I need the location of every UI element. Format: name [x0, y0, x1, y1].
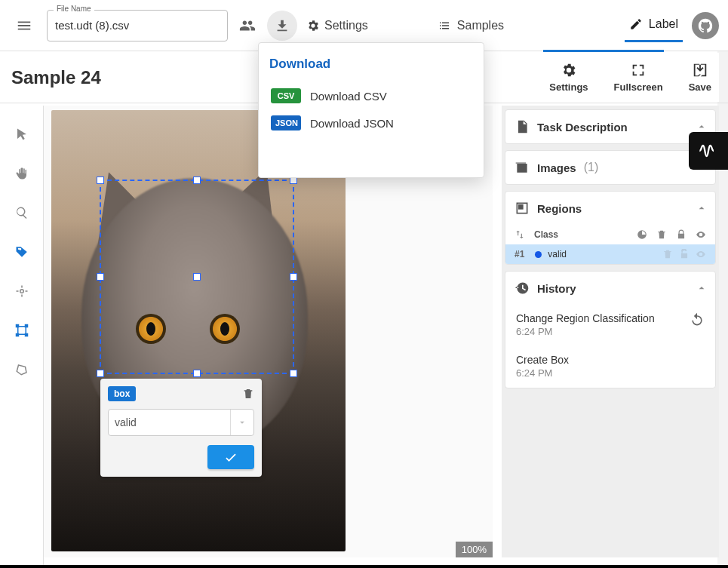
lock-region-button[interactable] [679, 249, 690, 259]
reorder-button[interactable] [515, 229, 525, 240]
download-json-row[interactable]: JSON Download JSON [269, 109, 473, 137]
history-row-0: Change Region Classification 6:24 PM [505, 305, 715, 346]
pie-icon [637, 229, 647, 240]
images-count: (1) [584, 161, 599, 174]
history-title: Create Box [516, 354, 569, 366]
download-button[interactable] [267, 11, 297, 41]
swap-icon [515, 229, 525, 240]
trash-icon [662, 249, 673, 259]
csv-badge: CSV [271, 88, 301, 103]
collaborators-button[interactable] [232, 11, 263, 41]
pie-button[interactable] [637, 229, 647, 240]
download-csv-row[interactable]: CSV Download CSV [269, 82, 473, 109]
class-select[interactable]: valid [108, 409, 254, 436]
panel-title: Images [537, 161, 576, 174]
resize-handle-br[interactable] [290, 370, 297, 377]
pan-tool[interactable] [10, 161, 34, 186]
tag-icon [15, 245, 29, 259]
visibility-region-button[interactable] [696, 249, 706, 259]
region-row-1[interactable]: #1 valid [505, 244, 715, 264]
filename-input[interactable] [55, 19, 220, 32]
box-tool[interactable] [10, 318, 34, 342]
zoom-tool[interactable] [10, 201, 34, 225]
confirm-region-button[interactable] [207, 445, 254, 469]
bounding-box[interactable] [100, 180, 294, 374]
download-popover: Download CSV Download CSV JSON Download … [258, 42, 484, 178]
filename-field[interactable]: File Name [47, 10, 228, 41]
trash-icon [242, 388, 254, 400]
scrollbar-track[interactable] [717, 51, 728, 565]
panel-regions-header[interactable]: Regions [505, 192, 715, 225]
tab-samples-label: Samples [457, 19, 504, 32]
resize-handle-bm[interactable] [193, 370, 201, 377]
menu-icon [16, 17, 32, 34]
download-icon [274, 17, 290, 34]
bounding-box-icon [15, 324, 29, 337]
panel-regions: Regions Class #1 valid [505, 191, 716, 265]
region-index: #1 [515, 249, 524, 259]
fullscreen-action-label: Fullscreen [614, 81, 663, 93]
gear-icon [306, 19, 320, 32]
history-title: Change Region Classification [516, 312, 655, 324]
page-title: Sample 24 [11, 67, 101, 88]
panel-images-header[interactable]: Images (1) [505, 151, 715, 184]
undo-button[interactable] [690, 312, 705, 327]
visibility-all-button[interactable] [696, 229, 706, 240]
resize-handle-tl[interactable] [97, 177, 104, 184]
panel-title: History [537, 282, 576, 295]
delete-region-button[interactable] [242, 388, 254, 400]
svg-rect-6 [25, 334, 27, 336]
polygon-tool[interactable] [10, 358, 34, 382]
tab-samples[interactable]: Samples [433, 10, 508, 41]
panel-task-description-header[interactable]: Task Description [505, 110, 715, 143]
people-icon [239, 17, 256, 34]
save-action[interactable]: Save [689, 62, 711, 93]
zoom-indicator: 100% [456, 542, 493, 557]
filename-label: File Name [54, 5, 94, 13]
resize-handle-mm[interactable] [193, 273, 201, 281]
github-link[interactable] [692, 12, 719, 39]
trash-all-button[interactable] [656, 229, 667, 240]
chevron-up-icon [696, 202, 708, 214]
select-tool[interactable] [10, 122, 34, 146]
resize-handle-ml[interactable] [97, 273, 104, 281]
collections-icon [515, 160, 530, 175]
gear-icon [561, 62, 577, 78]
trash-region-button[interactable] [662, 249, 673, 259]
download-popover-title: Download [269, 57, 473, 72]
hand-icon [15, 167, 29, 180]
panel-title: Regions [537, 202, 582, 215]
svg-point-0 [17, 248, 19, 250]
check-icon [223, 450, 238, 465]
panel-history-header[interactable]: History [505, 272, 715, 305]
save-icon [692, 62, 708, 78]
resize-handle-tm[interactable] [193, 177, 201, 184]
svg-rect-4 [25, 325, 27, 327]
lock-all-button[interactable] [676, 229, 687, 240]
settings-top-button[interactable]: Settings [302, 14, 373, 37]
svg-rect-5 [16, 334, 18, 336]
waveform-side-button[interactable] [689, 132, 728, 170]
history-time: 6:24 PM [516, 367, 569, 379]
tag-tool[interactable] [10, 240, 34, 264]
save-action-label: Save [689, 81, 711, 93]
chevron-up-icon [696, 282, 708, 294]
crosshair-icon [15, 284, 29, 298]
eye-icon [696, 249, 706, 259]
settings-action[interactable]: Settings [549, 62, 588, 93]
menu-button[interactable] [9, 11, 39, 41]
history-row-1: Create Box 6:24 PM [505, 346, 715, 388]
right-rail: Task Description Images (1) Regions Clas… [502, 106, 719, 557]
edit-icon [629, 17, 643, 31]
resize-handle-mr[interactable] [290, 273, 297, 281]
fullscreen-action[interactable]: Fullscreen [614, 62, 663, 93]
panel-images: Images (1) [505, 150, 716, 185]
download-csv-label: Download CSV [310, 90, 387, 103]
point-tool[interactable] [10, 279, 34, 303]
lock-icon [676, 229, 687, 240]
resize-handle-bl[interactable] [97, 370, 104, 377]
tab-label[interactable]: Label [625, 8, 683, 42]
unlock-icon [679, 249, 690, 259]
document-icon [515, 119, 530, 134]
trash-icon [656, 229, 667, 240]
